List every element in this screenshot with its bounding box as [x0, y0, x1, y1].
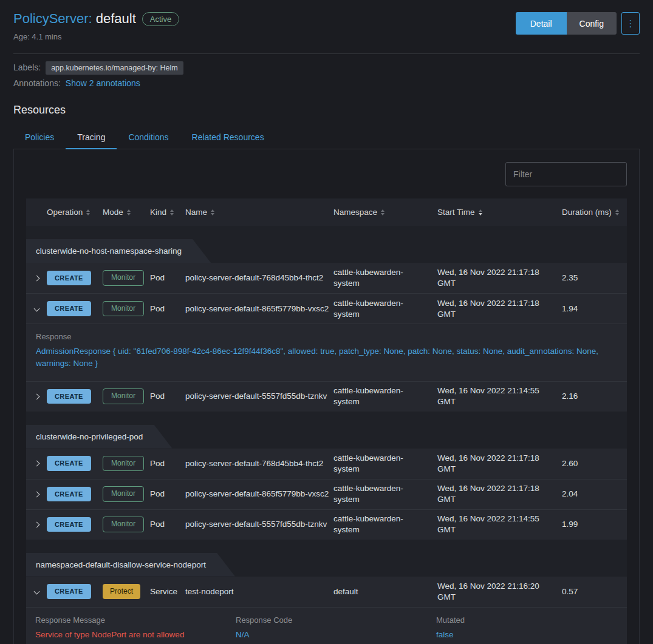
- cell-duration: 0.57: [562, 586, 627, 597]
- cell-name: test-nodeport: [185, 586, 333, 597]
- column-header-mode[interactable]: Mode: [103, 198, 150, 226]
- table-header: OperationModeKindNameNamespaceStart Time…: [26, 198, 627, 226]
- cell-duration: 2.60: [562, 458, 627, 469]
- cell-kind: Service: [150, 586, 185, 597]
- annotations-row: Annotations: Show 2 annotations: [13, 78, 640, 88]
- chevron-right-icon[interactable]: [26, 395, 47, 399]
- group-header: clusterwide-no-host-namespace-sharing: [26, 239, 211, 263]
- chevron-right-icon[interactable]: [26, 461, 47, 466]
- column-label: Name: [185, 208, 207, 217]
- cell-start-time: Wed, 16 Nov 2022 21:17:18 GMT: [437, 453, 562, 474]
- cell-kind: Pod: [150, 519, 185, 530]
- sort-icon: [86, 209, 90, 215]
- cell-namespace: cattle-kubewarden-system: [333, 453, 437, 474]
- sort-icon: [381, 209, 385, 215]
- chevron-right-icon[interactable]: [26, 492, 47, 497]
- column-header-operation[interactable]: Operation: [47, 198, 103, 226]
- cell-mode: Monitor: [103, 301, 150, 317]
- chevron-down-icon[interactable]: [26, 307, 47, 311]
- mode-badge: Monitor: [103, 301, 144, 317]
- mode-badge: Monitor: [103, 486, 144, 502]
- detail-field: Response CodeN/A: [236, 615, 436, 639]
- chevron-right-icon[interactable]: [26, 523, 47, 527]
- column-header-start-time[interactable]: Start Time: [437, 198, 562, 226]
- column-header-duration-ms-[interactable]: Duration (ms): [562, 198, 627, 226]
- column-label: Operation: [47, 208, 83, 217]
- cell-mode: Monitor: [103, 517, 150, 532]
- detail-field: Response MessageService of type NodePort…: [35, 615, 236, 639]
- cell-operation: CREATE: [47, 517, 103, 532]
- detail-field-value: false: [436, 630, 627, 639]
- cell-start-time: Wed, 16 Nov 2022 21:16:20 GMT: [437, 581, 562, 602]
- config-button[interactable]: Config: [567, 12, 617, 35]
- sort-asc-icon: [615, 209, 619, 212]
- table-row: CREATEMonitorPodpolicy-server-default-76…: [26, 449, 627, 479]
- cell-name: policy-server-default-768d45bb4-thct2: [185, 273, 333, 283]
- detail-button[interactable]: Detail: [516, 12, 567, 35]
- sort-asc-icon: [381, 209, 385, 212]
- label-chip: app.kubernetes.io/managed-by: Helm: [46, 61, 183, 75]
- table-row: CREATEMonitorPodpolicy-server-default-55…: [26, 381, 627, 412]
- cell-operation: CREATE: [47, 389, 103, 404]
- cell-duration: 1.94: [562, 303, 627, 314]
- column-header-namespace[interactable]: Namespace: [333, 198, 437, 226]
- sort-desc-icon: [615, 213, 619, 215]
- sort-desc-icon: [86, 213, 90, 215]
- column-header-name[interactable]: Name: [185, 198, 333, 226]
- cell-operation: CREATE: [47, 301, 103, 316]
- tab-tracing[interactable]: Tracing: [66, 126, 117, 149]
- row-detail: ResponseAdmissionResponse { uid: "61fed7…: [26, 324, 627, 381]
- row-detail: Response MessageService of type NodePort…: [26, 607, 627, 644]
- cell-duration: 2.04: [562, 489, 627, 500]
- title-block: PolicyServer: default Active Age: 4.1 mi…: [13, 11, 179, 41]
- tab-policies[interactable]: Policies: [13, 126, 66, 149]
- cell-kind: Pod: [150, 273, 185, 283]
- detail-field-label: Mutated: [436, 615, 627, 625]
- filter-row: [26, 149, 627, 198]
- kebab-menu-icon[interactable]: ⋮: [621, 12, 640, 35]
- cell-namespace: cattle-kubewarden-system: [333, 514, 437, 535]
- detail-field: Mutatedfalse: [436, 615, 627, 639]
- table-row: CREATEMonitorPodpolicy-server-default-76…: [26, 263, 627, 293]
- cell-namespace: cattle-kubewarden-system: [333, 267, 437, 288]
- response-label: Response: [36, 332, 617, 341]
- cell-kind: Pod: [150, 303, 185, 314]
- detail-field-value: Service of type NodePort are not allowed: [35, 630, 236, 639]
- sort-desc-icon: [170, 213, 174, 215]
- detail-field-label: Response Message: [35, 615, 236, 625]
- operation-badge: CREATE: [47, 271, 91, 285]
- filter-input[interactable]: [505, 162, 627, 186]
- table-row: CREATEMonitorPodpolicy-server-default-86…: [26, 479, 627, 509]
- chevron-down-icon[interactable]: [26, 589, 47, 594]
- annotations-label: Annotations:: [13, 78, 61, 88]
- column-label: Start Time: [437, 208, 475, 217]
- sort-asc-icon: [211, 209, 214, 212]
- mode-badge: Monitor: [103, 270, 144, 286]
- operation-badge: CREATE: [47, 487, 91, 501]
- operation-badge: CREATE: [47, 456, 91, 470]
- cell-mode: Monitor: [103, 388, 150, 404]
- resources-title: Resources: [13, 104, 640, 117]
- cell-mode: Monitor: [103, 456, 150, 472]
- cell-mode: Monitor: [103, 486, 150, 502]
- tracing-table: OperationModeKindNameNamespaceStart Time…: [26, 198, 627, 644]
- column-label: Duration (ms): [562, 208, 612, 217]
- annotations-toggle-link[interactable]: Show 2 annotations: [66, 78, 140, 88]
- label-chips: app.kubernetes.io/managed-by: Helm: [46, 63, 183, 72]
- mode-badge: Monitor: [103, 388, 144, 404]
- sort-icon: [479, 209, 482, 215]
- tab-conditions[interactable]: Conditions: [117, 126, 180, 149]
- status-badge: Active: [142, 12, 179, 26]
- response-value: AdmissionResponse { uid: "61fed706-898f-…: [36, 345, 617, 370]
- chevron-glyph: [33, 461, 39, 467]
- sort-desc-icon: [211, 213, 214, 215]
- cell-duration: 2.16: [562, 391, 627, 402]
- cell-kind: Pod: [150, 458, 185, 469]
- chevron-glyph: [33, 306, 39, 312]
- cell-name: policy-server-default-5557fd55db-tznkv: [185, 519, 333, 530]
- column-header-kind[interactable]: Kind: [150, 198, 185, 226]
- tab-related-resources[interactable]: Related Resources: [180, 126, 276, 149]
- chevron-right-icon[interactable]: [26, 276, 47, 280]
- cell-start-time: Wed, 16 Nov 2022 21:17:18 GMT: [437, 298, 562, 319]
- table-body: clusterwide-no-host-namespace-sharingCRE…: [26, 226, 627, 644]
